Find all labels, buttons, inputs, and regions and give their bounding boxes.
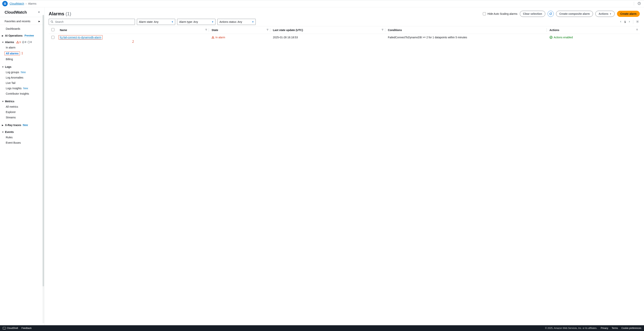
sidebar-item-explorer[interactable]: Explorer [0,109,44,115]
collapse-sidebar-icon[interactable] [37,10,41,14]
new-badge: New [23,87,28,90]
table-settings-button[interactable] [635,19,640,24]
sidebar-item-all-metrics[interactable]: All metrics [0,104,44,109]
alarm-state-filter[interactable]: Alarm state: Any ▼ [137,19,175,25]
create-alarm-button[interactable]: Create alarm [617,11,640,17]
caret-right-icon: ▶ [38,20,40,22]
sidebar-item-contributor-insights[interactable]: Contributor Insights [0,91,44,96]
col-last-update[interactable]: Last state update (UTC)▽ [270,26,385,34]
sidebar-item-billing[interactable]: Billing [0,56,44,62]
row-actions-cell: Actions enabled [547,34,640,46]
sidebar-events-label: Events [5,130,14,133]
sidebar-metrics-label: Metrics [5,100,14,103]
actions-dropdown-button[interactable]: Actions ▼ [595,11,615,17]
svg-point-4 [637,21,638,22]
pager-prev-button[interactable] [619,19,622,24]
alarm-triangle-icon [212,36,214,39]
search-input[interactable] [49,19,135,25]
chevron-right-icon: › [26,2,27,5]
state-in-alarm: In alarm [212,36,225,39]
sidebar-item-streams[interactable]: Streams [0,115,44,120]
pager-next-button[interactable] [628,19,631,24]
col-actions[interactable]: Actions▽ [547,26,640,34]
hide-autoscaling-checkbox[interactable]: Hide Auto Scaling alarms [483,12,517,15]
sort-icon: ▽ [206,28,207,31]
sidebar-alarms-label: Alarms [5,41,14,44]
search-icon [50,20,53,23]
annotation-2: 2 [60,40,206,44]
col-name[interactable]: Name▽ [57,26,209,34]
sidebar-item-dashboards[interactable]: Dashboards [0,26,44,31]
sidebar-item-alarms[interactable]: ▼ Alarms 1 0 0 [0,39,44,45]
terms-link[interactable]: Terms [612,327,618,330]
in-alarm-count: 1 [16,41,21,43]
actions-enabled-badge: Actions enabled [550,36,573,39]
feedback-link[interactable]: Feedback [22,327,32,330]
cookie-preferences-link[interactable]: Cookie preferences [622,327,641,330]
hide-autoscaling-input[interactable] [483,12,486,15]
row-conditions-cell: FailedConnectToDynamoDB >= 2 for 1 datap… [385,34,547,46]
actions-status-filter[interactable]: Actions status: Any ▼ [217,19,256,25]
caret-down-icon: ▼ [212,21,214,23]
select-all-checkbox[interactable] [51,28,54,31]
sidebar-item-events[interactable]: ▼ Events [0,129,44,135]
refresh-button[interactable] [548,11,554,17]
sidebar-ai-ops-label: AI Operations [5,34,22,37]
sidebar-item-live-tail[interactable]: Live Tail [0,80,44,86]
page-title: Alarms (1) [49,11,71,16]
breadcrumb-current: Alarms [28,2,36,5]
sidebar-item-xray[interactable]: ▶ X-Ray traces New [0,122,44,128]
create-composite-button[interactable]: Create composite alarm [556,11,593,17]
caret-down-icon: ▼ [171,21,174,23]
top-breadcrumb-bar: CloudWatch › Alarms [0,0,644,7]
sidebar-item-in-alarm[interactable]: In alarm [0,45,44,50]
caret-down-icon: ▼ [2,131,4,133]
table-row: fcj-fail-connect-to-dynamodb-alarm 2 In … [49,34,640,46]
sidebar-item-logs-insights[interactable]: Logs Insights New [0,86,44,91]
row-last-update-cell: 2025-01-28 16:18:53 [270,34,385,46]
col-conditions: Conditions [385,26,547,34]
sidebar-item-ai-operations[interactable]: ▶ AI Operations Preview [0,33,44,38]
breadcrumb-service-link[interactable]: CloudWatch [10,2,24,5]
caret-down-icon: ▼ [2,100,4,102]
select-all-header [49,26,57,34]
search-wrapper [49,19,135,25]
sidebar-title: CloudWatch [4,10,27,14]
hamburger-menu-icon[interactable] [2,1,8,6]
sidebar-xray-label: X-Ray traces [5,124,21,127]
sidebar-header: CloudWatch [0,7,44,17]
caret-right-icon: ▶ [2,35,4,37]
scrollbar-thumb[interactable] [42,15,44,286]
alarm-type-filter[interactable]: Alarm type: Any ▼ [177,19,216,25]
insufficient-count: 0 [28,41,32,43]
sidebar-item-log-anomalies[interactable]: Log Anomalies [0,75,44,80]
sidebar-favorites[interactable]: Favorites and recents ▶ [0,18,44,25]
col-state[interactable]: State▽ [209,26,270,34]
sidebar-item-all-alarms[interactable]: All alarms 1 [0,50,44,56]
annotation-1: 1 [21,51,23,55]
sidebar-item-rules[interactable]: Rules [0,135,44,140]
check-circle-icon [550,36,552,39]
ok-count: 0 [22,41,26,43]
sidebar-item-metrics[interactable]: ▼ Metrics [0,99,44,104]
breadcrumb: CloudWatch › Alarms [10,2,36,5]
sidebar-item-log-groups[interactable]: Log groups New [0,69,44,75]
preview-badge: Preview [24,34,34,37]
alarm-name-link[interactable]: fcj-fail-connect-to-dynamodb-alarm [60,36,101,39]
pager: 1 [619,19,640,24]
cloudshell-button[interactable]: ›_ CloudShell [3,327,18,330]
row-checkbox[interactable] [51,36,54,39]
sort-icon: ▽ [382,28,383,31]
sort-icon: ▽ [636,28,638,31]
sidebar-item-event-buses[interactable]: Event Buses [0,140,44,145]
sidebar-item-logs[interactable]: ▼ Logs [0,64,44,69]
new-badge: New [23,124,28,127]
privacy-link[interactable]: Privacy [601,327,608,330]
new-badge: New [21,71,26,74]
dashboard-settings-icon[interactable] [637,1,642,6]
clear-selection-button[interactable]: Clear selection [520,11,546,17]
main-content: Alarms (1) Hide Auto Scaling alarms Clea… [44,7,644,325]
caret-down-icon: ▼ [2,41,4,43]
pager-current: 1 [624,20,626,23]
scrollbar[interactable] [42,15,44,323]
